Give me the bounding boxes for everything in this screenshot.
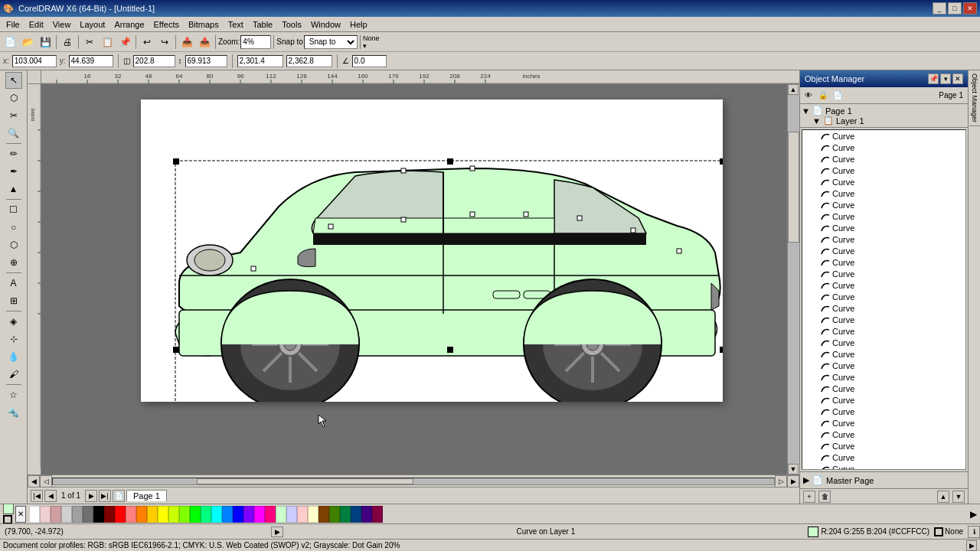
curve-item-2[interactable]: Curve xyxy=(802,142,965,153)
x-input[interactable] xyxy=(12,55,57,67)
pen-tool[interactable]: ✒ xyxy=(5,163,22,180)
curve-item-24[interactable]: Curve xyxy=(802,394,965,406)
color-yellow-orange[interactable] xyxy=(147,506,158,523)
paint-tool[interactable]: 🖌 xyxy=(5,366,22,383)
layer-1-item[interactable]: ▼ 📋 Layer 1 xyxy=(802,116,966,126)
curve-item-20[interactable]: Curve xyxy=(802,348,965,360)
curve-item-6[interactable]: Curve xyxy=(802,187,965,199)
menu-view[interactable]: View xyxy=(48,18,76,31)
text-tool[interactable]: A xyxy=(5,275,22,292)
curve-item-8[interactable]: Curve xyxy=(802,210,965,222)
om-show-button[interactable]: 👁 xyxy=(802,89,815,103)
color-dark-gray[interactable] xyxy=(83,506,93,523)
select-tool[interactable]: ↖ xyxy=(5,72,22,89)
menu-arrange[interactable]: Arrange xyxy=(109,18,149,31)
color-indigo[interactable] xyxy=(361,506,372,523)
curve-item-12[interactable]: Curve xyxy=(802,256,965,268)
vscroll-thumb[interactable] xyxy=(788,132,799,243)
curve-item-27[interactable]: Curve xyxy=(802,429,965,440)
menu-edit[interactable]: Edit xyxy=(24,18,48,31)
curve-item-1[interactable]: Curve xyxy=(802,130,965,142)
om-bottom-new-layer[interactable]: + xyxy=(803,491,815,503)
curve-item-18[interactable]: Curve xyxy=(802,325,965,337)
outline-tool[interactable]: ☆ xyxy=(5,386,22,403)
maximize-button[interactable]: □ xyxy=(948,2,962,15)
ellipse-tool[interactable]: ○ xyxy=(5,219,22,236)
curve-item-30[interactable]: Curve xyxy=(802,463,965,470)
curve-item-26[interactable]: Curve xyxy=(802,417,965,429)
print-button[interactable]: 🖨 xyxy=(59,34,76,51)
redo-button[interactable]: ↪ xyxy=(156,34,173,51)
outline-swatch[interactable] xyxy=(3,515,12,523)
color-dark-red[interactable] xyxy=(104,506,115,523)
open-button[interactable]: 📂 xyxy=(19,34,36,51)
zoom-input[interactable]: 4% xyxy=(240,35,271,49)
om-lock-button[interactable]: 🔒 xyxy=(816,89,830,103)
curve-item-22[interactable]: Curve xyxy=(802,371,965,383)
color-navy[interactable] xyxy=(351,506,361,523)
bottom-expand-button[interactable]: ▶ xyxy=(966,540,977,551)
menu-window[interactable]: Window xyxy=(306,18,345,31)
om-menu-button[interactable]: ▾ xyxy=(940,73,951,84)
color-light-red[interactable] xyxy=(126,506,136,523)
vscroll-up-button[interactable]: ▲ xyxy=(788,84,799,95)
menu-bitmaps[interactable]: Bitmaps xyxy=(184,18,224,31)
master-page-section[interactable]: ▶ 📄 Master Page xyxy=(800,471,968,488)
color-blue[interactable] xyxy=(222,506,233,523)
vscroll-track[interactable] xyxy=(788,95,799,464)
color-light-pink[interactable] xyxy=(40,506,51,523)
curve-item-15[interactable]: Curve xyxy=(802,291,965,302)
hscroll-right-button[interactable]: ▶ xyxy=(787,475,799,487)
h2-input[interactable] xyxy=(286,55,332,67)
page-next-button[interactable]: ▶ xyxy=(85,490,97,502)
color-hot-pink[interactable] xyxy=(265,506,276,523)
om-bottom-down[interactable]: ▼ xyxy=(952,491,965,503)
paste-button[interactable]: 📌 xyxy=(116,34,133,51)
shape-tool[interactable]: ⬡ xyxy=(5,90,22,106)
curve-item-10[interactable]: Curve xyxy=(802,233,965,245)
curve-item-28[interactable]: Curve xyxy=(802,440,965,452)
add-page-button[interactable]: 📄 xyxy=(113,490,125,502)
color-light-green[interactable] xyxy=(276,506,286,523)
color-black[interactable] xyxy=(93,506,104,523)
eyedropper-tool[interactable]: 💧 xyxy=(5,348,22,365)
curve-item-9[interactable]: Curve xyxy=(802,222,965,233)
angle-input[interactable] xyxy=(352,55,387,67)
save-button[interactable]: 💾 xyxy=(37,34,54,51)
undo-button[interactable]: ↩ xyxy=(139,34,155,51)
side-tab-object-manager[interactable]: Object Manager xyxy=(969,70,980,126)
om-bottom-up[interactable]: ▲ xyxy=(937,491,949,503)
color-light-gray[interactable] xyxy=(61,506,72,523)
om-pin-button[interactable]: 📌 xyxy=(928,73,939,84)
connector-tool[interactable]: 🔩 xyxy=(5,404,22,421)
curve-item-4[interactable]: Curve xyxy=(802,165,965,176)
om-layers-button[interactable]: 📄 xyxy=(831,89,844,103)
menu-table[interactable]: Table xyxy=(248,18,277,31)
om-bottom-delete[interactable]: 🗑 xyxy=(818,491,831,503)
status-info-button[interactable]: ℹ xyxy=(968,526,980,538)
poly2-tool[interactable]: ⬡ xyxy=(5,236,22,253)
color-white[interactable] xyxy=(29,506,40,523)
zoom-tool[interactable]: 🔍 xyxy=(5,125,22,142)
w2-input[interactable] xyxy=(237,55,283,67)
color-cream[interactable] xyxy=(308,506,318,523)
curve-item-23[interactable]: Curve xyxy=(802,383,965,394)
freehand-tool[interactable]: ✏ xyxy=(5,145,22,162)
hscroll-left2-button[interactable]: ◁ xyxy=(40,475,52,487)
color-orange[interactable] xyxy=(136,506,147,523)
curve-item-7[interactable]: Curve xyxy=(802,199,965,210)
menu-tools[interactable]: Tools xyxy=(277,18,306,31)
menu-file[interactable]: File xyxy=(2,18,24,31)
fill-tool[interactable]: ◈ xyxy=(5,313,22,330)
curve-item-29[interactable]: Curve xyxy=(802,452,965,463)
curve-item-5[interactable]: Curve xyxy=(802,176,965,187)
curve-item-14[interactable]: Curve xyxy=(802,279,965,291)
fill-button[interactable]: None ▾ xyxy=(363,34,380,51)
canvas-vscrollbar[interactable]: ▲ ▼ xyxy=(787,84,799,474)
color-forest[interactable] xyxy=(340,506,351,523)
curve-item-13[interactable]: Curve xyxy=(802,268,965,279)
menu-text[interactable]: Text xyxy=(224,18,248,31)
page-first-button[interactable]: |◀ xyxy=(31,490,43,502)
curve-item-3[interactable]: Curve xyxy=(802,153,965,165)
crop-tool[interactable]: ✂ xyxy=(5,107,22,124)
